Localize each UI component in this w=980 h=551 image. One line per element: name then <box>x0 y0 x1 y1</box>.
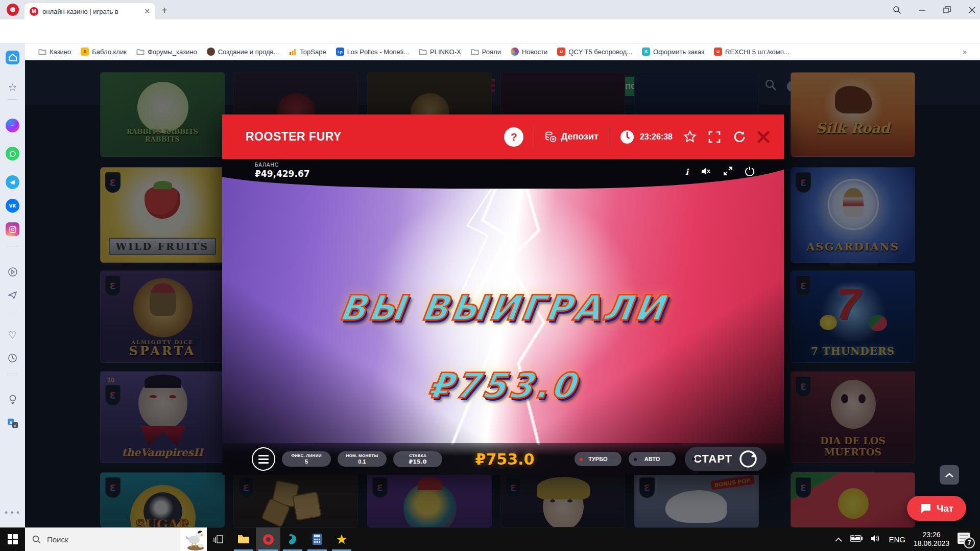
bet-label: СТАВКА <box>393 453 442 458</box>
bookmark-label: Los Pollos - Moneti... <box>347 48 409 56</box>
sidebar-divider <box>7 246 17 246</box>
favorites-heart-icon[interactable]: ♡ <box>6 328 19 341</box>
search-highlight-bird-image[interactable] <box>180 527 207 551</box>
bookmark-forums[interactable]: Форумы_казино <box>136 48 197 56</box>
chat-label: Чат <box>937 503 953 514</box>
modal-deposit-label: Депозит <box>561 131 599 142</box>
turbo-button[interactable]: ТУРБО <box>575 452 622 466</box>
search-icon <box>32 535 41 544</box>
favorites-star-app-icon[interactable]: ★ <box>329 527 354 551</box>
telegram-icon[interactable] <box>6 175 19 189</box>
browser-tab[interactable]: M онлайн-казино | играть в ✕ <box>25 3 155 19</box>
start-button[interactable]: СТАРТ <box>685 447 767 471</box>
window-maximize-icon[interactable] <box>943 6 951 14</box>
refresh-icon[interactable] <box>732 130 746 144</box>
modal-time-label: 23:26:38 <box>640 132 673 142</box>
bookmark-label: Новости <box>522 48 547 56</box>
task-view-button[interactable] <box>207 527 231 551</box>
fullscreen-icon[interactable] <box>707 130 722 144</box>
bookmark-topsape[interactable]: TopSape <box>289 48 326 56</box>
spin-icon <box>738 449 758 469</box>
bookmark-sozdanie[interactable]: Создание и продв... <box>207 48 279 56</box>
turbo-dot <box>580 458 583 461</box>
auto-dot <box>634 458 637 461</box>
sidebar-divider <box>7 99 17 100</box>
bookmark-qcy[interactable]: ∪QCY T5 беспровод... <box>557 48 632 56</box>
bookmark-label: PLINKO-X <box>430 48 461 56</box>
auto-button[interactable]: АВТО <box>629 452 676 466</box>
bookmarks-overflow-chevron[interactable]: » <box>963 48 966 56</box>
chat-button[interactable]: Чат <box>907 496 966 521</box>
folder-icon <box>471 48 479 56</box>
power-icon[interactable] <box>745 166 754 178</box>
bookmark-novosti[interactable]: Новости <box>511 48 547 56</box>
new-tab-button[interactable]: + <box>161 5 168 16</box>
bet-control[interactable]: СТАВКА ₽15.0 <box>393 451 442 467</box>
bookmark-label: Бабло.клик <box>92 48 127 56</box>
home-speed-dial-icon[interactable] <box>6 51 19 64</box>
s-icon: S <box>642 48 650 56</box>
bookmark-plinko[interactable]: PLINKO-X <box>419 48 461 56</box>
bookmark-kazino[interactable]: Казино <box>38 48 71 56</box>
bookmark-label: TopSape <box>300 48 326 56</box>
bookmark-zakaz[interactable]: SОформить заказ <box>642 48 704 56</box>
notification-center-icon[interactable]: 7 <box>958 532 973 547</box>
window-search-icon[interactable] <box>893 6 901 14</box>
bookmark-label: Рояли <box>482 48 501 56</box>
bookmarks-star-icon[interactable]: ☆ <box>6 80 19 94</box>
instagram-icon[interactable] <box>6 222 19 236</box>
help-button[interactable]: ? <box>504 127 523 147</box>
start-button[interactable] <box>0 527 25 551</box>
favorite-star-icon[interactable] <box>683 130 697 144</box>
modal-deposit-button[interactable]: Депозит <box>544 131 599 143</box>
chat-bubble-icon <box>920 503 932 514</box>
clock-icon <box>619 129 635 145</box>
window-minimize-icon[interactable] <box>919 6 926 13</box>
battery-icon[interactable] <box>850 535 863 544</box>
info-icon[interactable]: i <box>685 167 688 177</box>
bookmark-royali[interactable]: Рояли <box>471 48 501 56</box>
bookmark-rexchi[interactable]: ∪REXCHI 5 шт./комп... <box>714 48 790 56</box>
start-label: СТАРТ <box>694 452 732 466</box>
clock-date[interactable]: 23:26 18.06.2023 <box>914 531 949 548</box>
tab-close-icon[interactable]: ✕ <box>144 7 150 15</box>
chart-icon <box>289 48 297 56</box>
coins-icon <box>544 131 557 143</box>
history-clock-icon[interactable] <box>6 351 19 365</box>
fixed-lines-control[interactable]: ФИКС. ЛИНИИ 5 <box>282 451 331 467</box>
sound-muted-icon[interactable] <box>701 167 711 178</box>
browser-tab-bar: M онлайн-казино | играть в ✕ + <box>0 0 980 19</box>
volume-icon[interactable] <box>871 535 880 544</box>
bookmark-label: QCY T5 беспровод... <box>568 48 632 56</box>
close-icon[interactable] <box>756 130 771 144</box>
vk-icon[interactable]: VK <box>6 199 19 213</box>
flow-send-icon[interactable] <box>6 288 19 302</box>
coin-value-control[interactable]: НОМ. МОНЕТЫ 0.1 <box>338 451 387 467</box>
translate-icon[interactable]: aя <box>6 416 19 430</box>
header-divider <box>534 126 534 148</box>
file-explorer-icon[interactable] <box>231 527 256 551</box>
sidebar-more-icon[interactable]: ••• <box>6 506 19 520</box>
opera-browser-icon[interactable] <box>256 527 280 551</box>
system-tray: ENG 23:26 18.06.2023 7 <box>835 527 980 551</box>
svg-text:я: я <box>14 423 16 427</box>
whatsapp-icon[interactable] <box>6 147 19 160</box>
screen: M онлайн-казино | играть в ✕ + ‹ › ↻ VPN… <box>0 0 980 551</box>
language-indicator[interactable]: ENG <box>889 535 905 544</box>
expand-icon[interactable] <box>723 166 733 178</box>
tray-chevron-icon[interactable] <box>835 535 842 544</box>
surfshark-icon[interactable] <box>280 527 305 551</box>
opera-logo-icon[interactable] <box>7 4 19 16</box>
window-close-icon[interactable] <box>968 6 976 14</box>
bookmark-lospollos[interactable]: LpLos Pollos - Moneti... <box>336 48 409 56</box>
insights-bulb-icon[interactable] <box>6 393 19 406</box>
news-globe-icon <box>511 48 519 56</box>
bookmark-bablo[interactable]: $Бабло.клик <box>81 48 127 56</box>
game-menu-button[interactable] <box>252 447 275 471</box>
taskbar-search-input[interactable]: Поиск <box>25 527 207 551</box>
scroll-top-button[interactable] <box>940 465 959 485</box>
game-canvas[interactable]: БАЛАНС ₽49,429.67 i ВЫ ВЫИГРАЛИ ₽753.0 Ф… <box>222 159 784 475</box>
player-icon[interactable] <box>6 265 19 279</box>
calculator-icon[interactable] <box>305 527 329 551</box>
messenger-icon[interactable] <box>6 119 19 132</box>
